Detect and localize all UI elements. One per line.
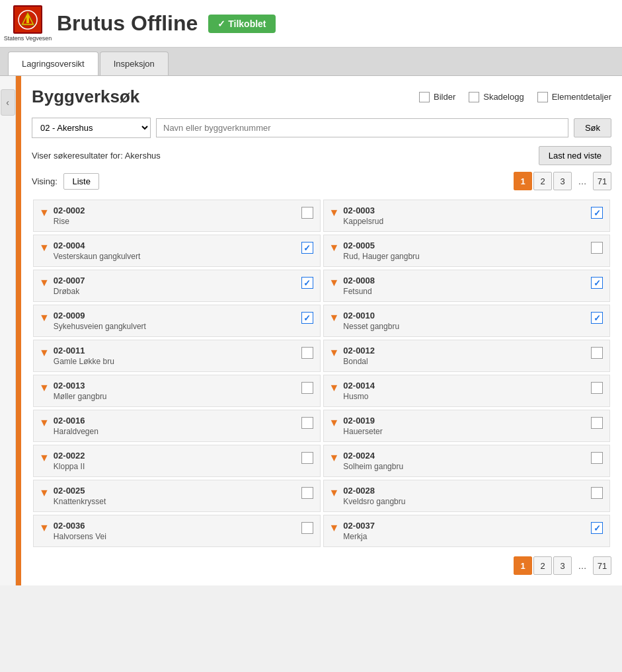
item-card-02-0008[interactable]: ▼ 02-0008 Fetsund — [323, 270, 611, 302]
item-name-02-0037: Merkja — [343, 532, 375, 541]
item-checkbox-02-0011[interactable] — [301, 347, 313, 359]
item-left-02-0003: ▼ 02-0003 Kappelsrud — [329, 205, 384, 226]
pagination-top: 1 2 3 … 71 — [514, 172, 611, 190]
region-select[interactable]: 02 - Akershus 01 - Oslo 03 - Oslo 04 - I… — [32, 118, 151, 138]
item-id-02-0003: 02-0003 — [343, 205, 383, 215]
item-card-02-0009[interactable]: ▼ 02-0009 Sykehusveien gangkulvert — [33, 305, 321, 337]
item-left-02-0009: ▼ 02-0009 Sykehusveien gangkulvert — [39, 311, 146, 331]
item-checkbox-02-0014[interactable] — [591, 382, 603, 394]
checkbox-elementdetaljer[interactable] — [537, 92, 548, 102]
item-checkbox-02-0004[interactable] — [301, 242, 313, 254]
item-left-02-0002: ▼ 02-0002 Rise — [39, 205, 85, 226]
item-arrow-icon-02-0008: ▼ — [329, 277, 340, 289]
item-left-02-0019: ▼ 02-0019 Hauerseter — [329, 416, 383, 436]
item-left-02-0016: ▼ 02-0016 Haraldvegen — [39, 416, 98, 436]
item-id-02-0010: 02-0010 — [343, 311, 399, 320]
item-left-02-0022: ▼ 02-0022 Kloppa II — [39, 451, 85, 471]
item-info-02-0016: 02-0016 Haraldvegen — [54, 416, 98, 436]
item-checkbox-02-0012[interactable] — [591, 347, 603, 359]
item-card-02-0022[interactable]: ▼ 02-0022 Kloppa II — [33, 445, 321, 477]
item-card-02-0013[interactable]: ▼ 02-0013 Møller gangbru — [33, 375, 321, 407]
item-checkbox-02-0008[interactable] — [591, 277, 603, 289]
item-checkbox-02-0028[interactable] — [591, 487, 603, 499]
page-btn-1[interactable]: 1 — [514, 172, 532, 190]
item-card-02-0002[interactable]: ▼ 02-0002 Rise — [33, 200, 321, 232]
item-info-02-0011: 02-0011 Gamle Løkke bru — [54, 346, 114, 366]
search-row: 02 - Akershus 01 - Oslo 03 - Oslo 04 - I… — [32, 118, 611, 138]
bottom-page-btn-3[interactable]: 3 — [553, 556, 572, 575]
item-checkbox-02-0002[interactable] — [301, 207, 313, 219]
tab-inspeksjon[interactable]: Inspeksjon — [100, 52, 169, 75]
page-btn-71[interactable]: 71 — [593, 172, 611, 190]
item-arrow-icon-02-0010: ▼ — [329, 312, 340, 324]
item-card-02-0028[interactable]: ▼ 02-0028 Kveldsro gangbru — [323, 480, 611, 512]
view-row: Vising: Liste 1 2 3 … 71 — [32, 172, 611, 190]
item-id-02-0025: 02-0025 — [54, 486, 106, 496]
pagination-bottom: 1 2 3 … 71 — [32, 556, 611, 575]
item-card-02-0014[interactable]: ▼ 02-0014 Husmo — [323, 375, 611, 407]
download-button[interactable]: Last ned viste — [539, 146, 611, 165]
item-card-02-0024[interactable]: ▼ 02-0024 Solheim gangbru — [323, 445, 611, 477]
item-name-02-0011: Gamle Løkke bru — [54, 357, 114, 366]
item-checkbox-02-0005[interactable] — [591, 242, 603, 254]
item-info-02-0005: 02-0005 Rud, Hauger gangbru — [343, 241, 419, 261]
item-card-02-0003[interactable]: ▼ 02-0003 Kappelsrud — [323, 200, 611, 232]
item-info-02-0010: 02-0010 Nesset gangbru — [343, 311, 399, 331]
search-input[interactable] — [156, 118, 568, 137]
item-card-02-0019[interactable]: ▼ 02-0019 Hauerseter — [323, 410, 611, 442]
bottom-page-btn-71[interactable]: 71 — [593, 556, 611, 575]
item-checkbox-02-0016[interactable] — [301, 417, 313, 429]
item-card-02-0036[interactable]: ▼ 02-0036 Halvorsens Vei — [33, 515, 321, 547]
item-left-02-0005: ▼ 02-0005 Rud, Hauger gangbru — [329, 241, 420, 261]
item-card-02-0016[interactable]: ▼ 02-0016 Haraldvegen — [33, 410, 321, 442]
item-card-02-0010[interactable]: ▼ 02-0010 Nesset gangbru — [323, 305, 611, 337]
item-name-02-0007: Drøbak — [54, 287, 85, 296]
collapse-arrow[interactable]: ‹ — [1, 89, 15, 116]
item-checkbox-02-0037[interactable] — [591, 522, 603, 534]
item-card-02-0004[interactable]: ▼ 02-0004 Vesterskaun gangkulvert — [33, 235, 321, 267]
checkbox-skadelogg[interactable] — [469, 92, 479, 102]
tab-lagringsoversikt[interactable]: Lagringsoversikt — [8, 52, 98, 75]
item-id-02-0005: 02-0005 — [343, 241, 419, 250]
page-dots: … — [573, 172, 592, 190]
item-card-02-0012[interactable]: ▼ 02-0012 Bondal — [323, 340, 611, 372]
item-checkbox-02-0022[interactable] — [301, 452, 313, 464]
item-checkbox-02-0013[interactable] — [301, 382, 313, 394]
item-checkbox-02-0003[interactable] — [591, 207, 603, 219]
item-card-02-0037[interactable]: ▼ 02-0037 Merkja — [323, 515, 611, 547]
item-checkbox-02-0010[interactable] — [591, 312, 603, 324]
checkbox-bilder[interactable] — [419, 92, 430, 102]
bottom-page-btn-1[interactable]: 1 — [514, 556, 532, 575]
item-id-02-0007: 02-0007 — [54, 276, 85, 285]
item-left-02-0025: ▼ 02-0025 Knattenkrysset — [39, 486, 106, 506]
item-checkbox-02-0024[interactable] — [591, 452, 603, 464]
item-name-02-0012: Bondal — [343, 357, 375, 366]
sidebar-toggle[interactable]: ‹ — [0, 76, 16, 585]
page-header: Byggverksøk Bilder Skadelogg Elementdeta… — [32, 87, 611, 107]
search-button[interactable]: Søk — [574, 118, 611, 137]
item-left-02-0004: ▼ 02-0004 Vesterskaun gangkulvert — [39, 241, 140, 261]
page-btn-3[interactable]: 3 — [553, 172, 572, 190]
page-btn-2[interactable]: 2 — [533, 172, 552, 190]
item-checkbox-02-0025[interactable] — [301, 487, 313, 499]
filter-skadelogg[interactable]: Skadelogg — [469, 92, 524, 102]
item-card-02-0011[interactable]: ▼ 02-0011 Gamle Løkke bru — [33, 340, 321, 372]
view-list-button[interactable]: Liste — [63, 173, 98, 190]
item-name-02-0036: Halvorsens Vei — [54, 532, 106, 541]
item-id-02-0013: 02-0013 — [54, 381, 107, 391]
item-id-02-0009: 02-0009 — [54, 311, 146, 320]
item-checkbox-02-0007[interactable] — [301, 277, 313, 289]
filter-elementdetaljer[interactable]: Elementdetaljer — [537, 92, 611, 102]
filter-bilder[interactable]: Bilder — [419, 92, 455, 102]
svg-point-4 — [26, 15, 30, 18]
item-arrow-icon-02-0002: ▼ — [39, 207, 50, 219]
item-card-02-0005[interactable]: ▼ 02-0005 Rud, Hauger gangbru — [323, 235, 611, 267]
item-left-02-0010: ▼ 02-0010 Nesset gangbru — [329, 311, 400, 331]
item-checkbox-02-0009[interactable] — [301, 312, 313, 324]
item-checkbox-02-0036[interactable] — [301, 522, 313, 534]
pagination-bottom-pages: 1 2 3 … 71 — [514, 556, 611, 575]
bottom-page-btn-2[interactable]: 2 — [533, 556, 552, 575]
item-card-02-0007[interactable]: ▼ 02-0007 Drøbak — [33, 270, 321, 302]
item-checkbox-02-0019[interactable] — [591, 417, 603, 429]
item-card-02-0025[interactable]: ▼ 02-0025 Knattenkrysset — [33, 480, 321, 512]
